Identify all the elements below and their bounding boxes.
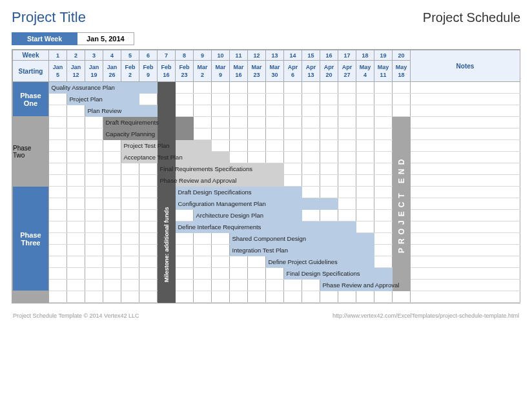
footer-right[interactable]: http://www.vertex42.com/ExcelTemplates/p… <box>332 313 519 319</box>
notes-cell[interactable] <box>411 152 520 163</box>
grid-cell <box>302 94 320 105</box>
grid-cell <box>284 291 302 303</box>
grid-cell <box>49 268 67 280</box>
grid-cell <box>266 280 284 291</box>
week-date: Feb23 <box>176 61 194 82</box>
grid-cell <box>139 210 158 221</box>
grid-cell <box>67 280 85 291</box>
task-label: Final Requirements Specifications <box>159 165 253 172</box>
grid-cell <box>374 210 393 221</box>
notes-cell[interactable] <box>411 163 520 175</box>
grid-cell <box>67 152 85 163</box>
grid-cell <box>103 175 121 187</box>
notes-cell[interactable] <box>411 256 520 268</box>
grid-cell <box>230 280 248 291</box>
notes-cell[interactable] <box>411 187 520 198</box>
grid-cell <box>67 210 85 221</box>
grid-cell <box>121 187 139 198</box>
grid-cell <box>212 291 230 303</box>
grid-cell <box>121 256 139 268</box>
grid-cell <box>194 82 212 94</box>
grid-cell <box>266 152 284 163</box>
week-date: Mar30 <box>266 61 284 82</box>
grid-cell <box>49 175 67 187</box>
notes-cell[interactable] <box>411 128 520 140</box>
grid-cell <box>85 117 103 128</box>
start-week-label: Start Week <box>12 32 77 45</box>
week-date: Jan12 <box>67 61 85 82</box>
grid-cell <box>356 175 374 187</box>
grid-cell <box>212 117 230 128</box>
week-number: 19 <box>374 50 393 61</box>
week-number: 16 <box>320 50 338 61</box>
grid-cell <box>338 105 356 117</box>
notes-cell[interactable] <box>411 198 520 210</box>
grid-cell <box>212 245 230 256</box>
grid-cell <box>302 210 320 221</box>
notes-cell[interactable] <box>411 94 520 105</box>
grid-cell <box>356 221 374 233</box>
grid-cell <box>248 152 266 163</box>
grid-cell <box>248 140 266 152</box>
notes-cell[interactable] <box>411 140 520 152</box>
notes-cell[interactable] <box>411 175 520 187</box>
week-number: 17 <box>338 50 356 61</box>
week-date: Mar16 <box>230 61 248 82</box>
notes-cell[interactable] <box>411 117 520 128</box>
start-week-value[interactable]: Jan 5, 2014 <box>77 32 134 45</box>
grid-cell <box>176 105 194 117</box>
grid-cell <box>393 105 411 117</box>
grid-cell <box>139 245 158 256</box>
task-label: Phase Review and Approval <box>159 177 237 184</box>
grid-cell <box>49 256 67 268</box>
grid-cell <box>85 128 103 140</box>
grid-cell <box>212 140 230 152</box>
notes-cell[interactable] <box>411 210 520 221</box>
grid-cell <box>302 163 320 175</box>
grid-cell <box>121 280 139 291</box>
grid-cell <box>194 256 212 268</box>
grid-cell <box>230 82 248 94</box>
grid-cell <box>67 175 85 187</box>
grid-cell <box>248 280 266 291</box>
grid-cell <box>67 140 85 152</box>
starting-header: Starting <box>13 61 49 82</box>
grid-cell <box>356 94 374 105</box>
week-date: May18 <box>393 61 411 82</box>
grid-cell <box>67 117 85 128</box>
week-date: Apr13 <box>302 61 320 82</box>
grid-cell <box>85 163 103 175</box>
grid-cell <box>194 268 212 280</box>
week-number: 18 <box>356 50 374 61</box>
notes-cell[interactable] <box>411 221 520 233</box>
grid-cell <box>338 291 356 303</box>
notes-cell[interactable] <box>411 105 520 117</box>
notes-cell[interactable] <box>411 82 520 94</box>
notes-cell[interactable] <box>411 268 520 280</box>
grid-cell <box>356 105 374 117</box>
notes-cell[interactable] <box>411 291 520 303</box>
grid-cell <box>176 210 194 221</box>
notes-cell[interactable] <box>411 245 520 256</box>
milestone-label: Milestone: additional funds <box>158 187 176 303</box>
week-date: Apr20 <box>320 61 338 82</box>
week-number: 15 <box>302 50 320 61</box>
grid-cell <box>49 210 67 221</box>
grid-cell <box>212 268 230 280</box>
grid-cell <box>49 117 67 128</box>
grid-cell <box>121 198 139 210</box>
grid-cell <box>302 105 320 117</box>
notes-cell[interactable] <box>411 280 520 291</box>
grid-cell <box>194 280 212 291</box>
task-label: Final Design Specifications <box>285 270 360 277</box>
grid-cell <box>230 256 248 268</box>
grid-cell <box>302 152 320 163</box>
grid-cell <box>85 152 103 163</box>
grid-cell <box>320 152 338 163</box>
grid-cell <box>374 94 393 105</box>
grid-cell <box>67 256 85 268</box>
notes-cell[interactable] <box>411 233 520 245</box>
grid-cell <box>176 233 194 245</box>
grid-cell <box>121 210 139 221</box>
grid-cell <box>139 94 158 105</box>
